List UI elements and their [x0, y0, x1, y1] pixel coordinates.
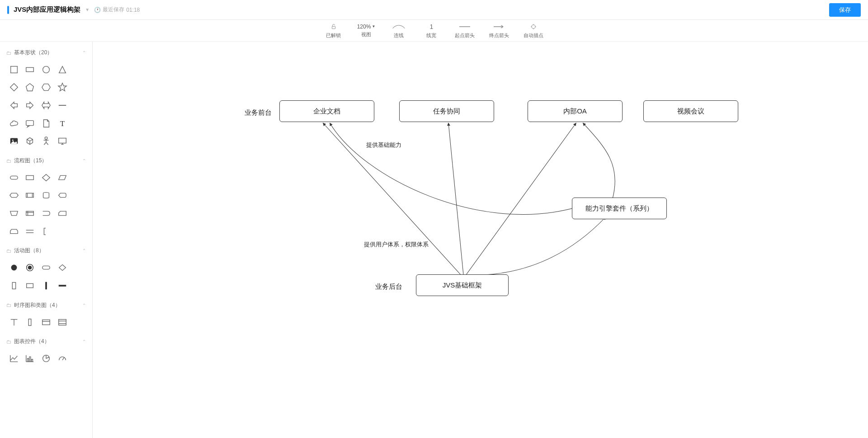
canvas-viewport[interactable]: 业务前台 业务后台 提供基础能力 提供用户体系，权限体系 企业文档 任务协同 内… [93, 42, 868, 438]
shape-partition[interactable] [7, 279, 21, 292]
label-back[interactable]: 业务后台 [375, 283, 402, 291]
shape-sidebar[interactable]: 🗀 基本形状（20） ⌃ [0, 42, 93, 438]
shape-final-node[interactable] [24, 261, 37, 274]
shape-object-node[interactable] [24, 279, 37, 292]
shape-parallelogram[interactable] [56, 171, 69, 184]
canvas[interactable]: 业务前台 业务后台 提供基础能力 提供用户体系，权限体系 企业文档 任务协同 内… [93, 42, 868, 438]
shape-cube[interactable] [24, 134, 37, 148]
shape-hexagon[interactable] [39, 81, 53, 94]
shape-diamond[interactable] [7, 81, 21, 94]
shape-page[interactable] [39, 117, 53, 130]
group-header-flow[interactable]: 🗀 流程图（15） ⌃ [6, 155, 86, 166]
svg-rect-29 [26, 211, 34, 215]
tool-auto-anchor[interactable]: 自动描点 [524, 23, 543, 39]
svg-rect-41 [58, 285, 66, 287]
shape-fork-v[interactable] [39, 279, 53, 292]
shape-manual-op[interactable] [7, 207, 21, 220]
shape-display[interactable] [56, 189, 69, 203]
shape-prep[interactable] [7, 189, 21, 203]
shape-square[interactable] [7, 63, 21, 76]
node-oa[interactable]: 内部OA [528, 100, 623, 122]
sidebar-group-chart: 🗀 图表控件（4） ⌃ [0, 332, 92, 369]
zoom-value: 120% ▼ [357, 24, 376, 30]
edge-label-user[interactable]: 提供用户体系，权限体系 [364, 240, 429, 249]
shape-action[interactable] [39, 261, 53, 274]
shape-pentagon[interactable] [24, 81, 37, 94]
tool-zoom[interactable]: 120% ▼ 视图 [357, 24, 376, 38]
shape-terminator[interactable] [7, 171, 21, 184]
shape-process[interactable] [24, 171, 37, 184]
shape-parallel-lines[interactable] [24, 225, 37, 238]
svg-rect-12 [26, 120, 34, 125]
node-video-text: 视频会议 [677, 107, 704, 116]
tool-line[interactable]: 连线 [390, 23, 408, 39]
tool-start-arrow[interactable]: 起点箭头 [455, 23, 475, 39]
group-header-activity[interactable]: 🗀 活动图（8） ⌃ [6, 245, 86, 256]
shape-database[interactable] [39, 189, 53, 203]
shape-card[interactable] [56, 207, 69, 220]
shape-gauge-chart[interactable] [56, 352, 69, 365]
shape-monitor[interactable] [56, 134, 69, 148]
shape-grid-seq [6, 311, 86, 331]
group-count-3: 4 [52, 302, 55, 308]
tool-width-label: 线宽 [426, 32, 436, 39]
line-width-value: 1 [429, 23, 433, 31]
shape-rect[interactable] [24, 63, 37, 76]
shape-decision[interactable] [39, 171, 53, 184]
shape-triangle[interactable] [56, 63, 69, 76]
shape-decision-act[interactable] [56, 261, 69, 274]
shape-actor[interactable] [39, 134, 53, 148]
svg-line-56 [448, 123, 463, 275]
shape-lifeline[interactable] [7, 316, 21, 329]
shape-image[interactable] [7, 134, 21, 148]
node-task[interactable]: 任务协同 [399, 100, 494, 122]
chevron-up-icon: ⌃ [82, 303, 86, 308]
svg-line-54 [62, 358, 64, 360]
shape-initial-node[interactable] [7, 261, 21, 274]
node-video[interactable]: 视频会议 [643, 100, 738, 122]
shape-predefined[interactable] [24, 189, 37, 203]
node-base[interactable]: JVS基础框架 [416, 274, 509, 296]
header-left: JVS内部应用逻辑构架 ▼ 🕐 最近保存 01:18 [7, 5, 140, 14]
shape-activation[interactable] [24, 316, 37, 329]
chevron-up-icon: ⌃ [82, 50, 86, 55]
tool-lock[interactable]: 已解锁 [325, 23, 343, 39]
shape-bar-chart[interactable] [24, 352, 37, 365]
shape-bracket[interactable] [39, 225, 53, 238]
node-engine[interactable]: 能力引擎套件（系列） [572, 198, 667, 219]
shape-fork-h[interactable] [56, 279, 69, 292]
main: 🗀 基本形状（20） ⌃ [0, 42, 868, 438]
tool-line-width[interactable]: 1 线宽 [422, 23, 440, 39]
shape-circle[interactable] [39, 63, 53, 76]
shape-cloud[interactable] [7, 117, 21, 130]
shape-loop-limit[interactable] [7, 225, 21, 238]
svg-rect-24 [10, 176, 18, 179]
edge-label-ability[interactable]: 提供基础能力 [366, 141, 401, 149]
svg-text:T: T [60, 119, 65, 127]
group-header-chart[interactable]: 🗀 图表控件（4） ⌃ [6, 336, 86, 347]
shape-line[interactable] [56, 99, 69, 112]
shape-arrow-double[interactable] [39, 99, 53, 112]
last-save-time: 🕐 最近保存 01:18 [94, 6, 140, 14]
shape-class[interactable] [39, 316, 53, 329]
tool-end-arrow[interactable]: 终点箭头 [489, 23, 509, 39]
save-button[interactable]: 保存 [829, 3, 861, 17]
doc-title[interactable]: JVS内部应用逻辑构架 [14, 5, 80, 14]
shape-internal[interactable] [24, 207, 37, 220]
node-doc[interactable]: 企业文档 [279, 100, 374, 122]
group-name-0: 基本形状 [14, 49, 36, 56]
shape-pie-chart[interactable] [39, 352, 53, 365]
shape-callout[interactable] [24, 117, 37, 130]
chevron-down-icon[interactable]: ▼ [85, 7, 90, 12]
shape-class3[interactable] [56, 316, 69, 329]
group-header-seq[interactable]: 🗀 时序图和类图（4） ⌃ [6, 300, 86, 311]
label-front[interactable]: 业务前台 [245, 108, 272, 117]
shape-arrow-right[interactable] [24, 99, 37, 112]
shape-text[interactable]: T [56, 117, 69, 130]
shape-arrow-left[interactable] [7, 99, 21, 112]
shape-star[interactable] [56, 81, 69, 94]
svg-point-16 [45, 137, 47, 140]
shape-delay[interactable] [39, 207, 53, 220]
group-header-basic[interactable]: 🗀 基本形状（20） ⌃ [6, 47, 86, 58]
shape-line-chart[interactable] [7, 352, 21, 365]
